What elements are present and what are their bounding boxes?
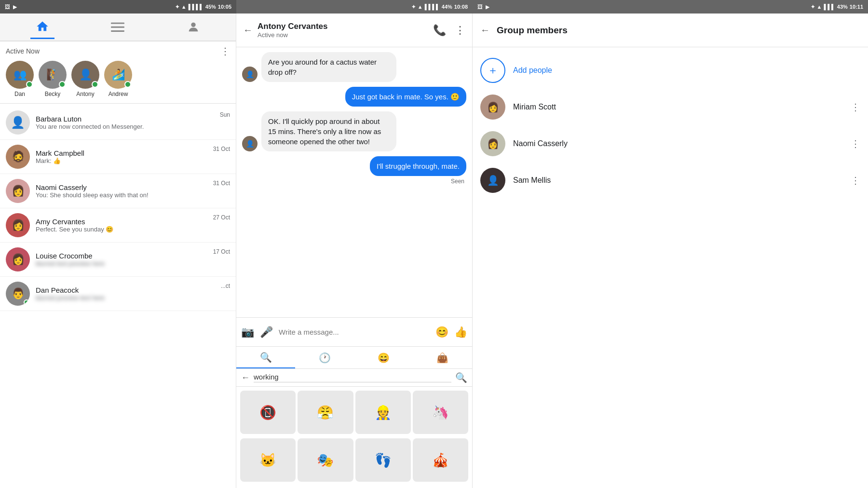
sticker-angry-work[interactable]: 😤 [298, 391, 353, 434]
conv-preview-dan: blurred preview text here [36, 294, 217, 301]
add-people-row[interactable]: ＋ Add people [473, 52, 868, 89]
add-people-label: Add people [513, 66, 552, 75]
sticker-cat[interactable]: 🐱 [240, 438, 296, 482]
like-icon[interactable]: 👍 [454, 326, 467, 339]
emoji-icon[interactable]: 😊 [435, 326, 448, 339]
sticker-search-button[interactable]: 🔍 [455, 372, 467, 383]
member-more-naomi[interactable]: ⋮ [851, 138, 860, 149]
battery-1: 45% [205, 4, 216, 10]
svg-rect-1 [111, 27, 124, 28]
sticker-construction[interactable]: 👷 [355, 391, 411, 434]
conv-name-mark: Mark Campbell [36, 149, 209, 157]
active-now-header: Active Now ⋮ [6, 45, 230, 57]
sticker-theater[interactable]: 🎭 [298, 438, 353, 482]
sticker-tab-recent[interactable]: 🕐 [295, 347, 354, 368]
group-back-icon[interactable]: ← [480, 25, 490, 36]
play-icon: ▶ [13, 4, 17, 10]
signal-icon-2: ▌▌▌▌ [425, 4, 440, 10]
member-row-miriam[interactable]: 👩 Miriam Scott ⋮ [473, 89, 868, 125]
sticker-cant-talk[interactable]: 📵 [240, 391, 296, 434]
sticker-grid: 📵 😤 👷 🦄 🐱 🎭 👣 🎪 [236, 387, 472, 488]
member-name-naomi: Naomi Casserly [513, 139, 851, 148]
active-user-name-antony: Antony [76, 91, 94, 97]
online-indicator-becky [59, 81, 66, 88]
svg-rect-0 [111, 23, 124, 24]
sticker-back-icon[interactable]: ← [241, 373, 250, 383]
member-avatar-naomi: 👩 [480, 131, 505, 156]
sticker-chaos[interactable]: 🦄 [413, 391, 468, 434]
sticker-footprint[interactable]: 👣 [355, 438, 411, 482]
sticker-search-input[interactable] [254, 373, 451, 382]
msg-bubble-3: OK. I'll quickly pop around in about 15 … [261, 111, 396, 151]
camera-icon[interactable]: 📷 [241, 326, 254, 339]
active-user-avatar-antony: 👤 [71, 61, 99, 89]
active-user-name-becky: Becky [45, 91, 61, 97]
more-options-icon[interactable]: ⋮ [455, 24, 465, 37]
time-2: 10:08 [454, 4, 468, 10]
conv-avatar-louise: 👩 [6, 247, 30, 271]
conversation-mark[interactable]: 🧔 Mark Campbell Mark: 👍 31 Oct [0, 140, 236, 174]
member-more-sam[interactable]: ⋮ [851, 175, 860, 186]
member-avatar-miriam: 👩 [480, 95, 505, 120]
bluetooth-icon-3: ✦ [811, 4, 815, 10]
tab-home[interactable] [30, 15, 54, 39]
msg-avatar-antony-3: 👤 [242, 136, 258, 151]
online-indicator-antony [92, 81, 98, 88]
right-status-icons-2: ✦ ▲ ▌▌▌▌ 44% 10:08 [411, 4, 468, 10]
sticker-tab-emoji[interactable]: 😄 [354, 347, 413, 368]
conv-avatar-mark: 🧔 [6, 145, 30, 169]
active-users-list: 👥 Dan 🧗 Becky 👤 [6, 61, 230, 97]
conv-avatar-amy: 👩 [6, 213, 30, 237]
conv-preview-mark: Mark: 👍 [36, 157, 209, 164]
active-user-avatar-dan: 👥 [6, 61, 34, 89]
tab-menu[interactable] [106, 15, 130, 39]
signal-icon-1: ▌▌▌▌ [189, 4, 203, 10]
active-now-more-icon[interactable]: ⋮ [220, 45, 230, 57]
conversation-amy[interactable]: 👩 Amy Cervantes Perfect. See you sunday … [0, 208, 236, 243]
chat-panel: ← Antony Cervantes Active now 📞 ⋮ 👤 Are … [236, 14, 473, 488]
tab-profile[interactable] [181, 15, 205, 39]
msg-avatar-antony-1: 👤 [242, 67, 258, 82]
sticker-search-bar: ← 🔍 [236, 369, 472, 387]
conversation-naomi[interactable]: 👩 Naomi Casserly You: She should sleep e… [0, 174, 236, 208]
conversation-barbara[interactable]: 👤 Barbara Luton You are now connected on… [0, 106, 236, 140]
chat-header: ← Antony Cervantes Active now 📞 ⋮ [236, 14, 472, 47]
sticker-circus[interactable]: 🎪 [413, 438, 468, 482]
active-user-becky: 🧗 Becky [39, 61, 67, 97]
battery-3: 43% [837, 4, 848, 10]
active-user-andrew: 🏄 Andrew [104, 61, 132, 97]
conv-avatar-dan: 👨 [6, 282, 30, 306]
sticker-tab-bag[interactable]: 👜 [413, 347, 472, 368]
member-row-naomi[interactable]: 👩 Naomi Casserly ⋮ [473, 125, 868, 162]
sticker-panel: 🔍 🕐 😄 👜 ← 🔍 📵 😤 👷 🦄 🐱 🎭 [236, 346, 472, 488]
message-row-2: Just got back in mate. So yes. 🙂 [242, 87, 466, 107]
gallery-icon-3: 🖼 [477, 4, 483, 10]
msg-text-2: Just got back in mate. So yes. 🙂 [352, 93, 460, 101]
msg-bubble-4: I'll struggle through, mate. [370, 156, 466, 176]
chat-header-actions: 📞 ⋮ [433, 24, 465, 37]
msg-text-4: I'll struggle through, mate. [377, 162, 460, 170]
member-row-sam[interactable]: 👤 Sam Mellis ⋮ [473, 162, 868, 199]
messages-area: 👤 Are you around for a cactus water drop… [236, 47, 472, 317]
play-icon-3: ▶ [486, 4, 489, 10]
conversation-louise[interactable]: 👩 Louise Crocombe blurred text preview h… [0, 243, 236, 277]
wifi-icon-3: ▲ [817, 4, 822, 10]
conv-info-mark: Mark Campbell Mark: 👍 [36, 149, 209, 164]
active-user-name-andrew: Andrew [108, 91, 128, 97]
online-indicator-dan-conv [24, 299, 29, 305]
conv-time-mark: 31 Oct [213, 145, 230, 152]
active-user-avatar-andrew: 🏄 [104, 61, 132, 89]
conv-name-amy: Amy Cervantes [36, 217, 209, 226]
conversation-dan[interactable]: 👨 Dan Peacock blurred preview text here … [0, 277, 236, 311]
chat-back-icon[interactable]: ← [243, 25, 253, 36]
conv-preview-naomi: You: She should sleep easy with that on! [36, 191, 209, 199]
message-text-input[interactable] [279, 328, 430, 336]
chat-header-info: Antony Cervantes Active now [258, 22, 433, 39]
sticker-tab-search[interactable]: 🔍 [236, 347, 295, 368]
member-more-miriam[interactable]: ⋮ [851, 101, 860, 113]
conv-info-naomi: Naomi Casserly You: She should sleep eas… [36, 183, 209, 199]
online-indicator-andrew [124, 81, 131, 88]
sticker-tabs: 🔍 🕐 😄 👜 [236, 347, 472, 369]
mic-icon[interactable]: 🎤 [260, 326, 273, 339]
phone-icon[interactable]: 📞 [433, 24, 446, 37]
